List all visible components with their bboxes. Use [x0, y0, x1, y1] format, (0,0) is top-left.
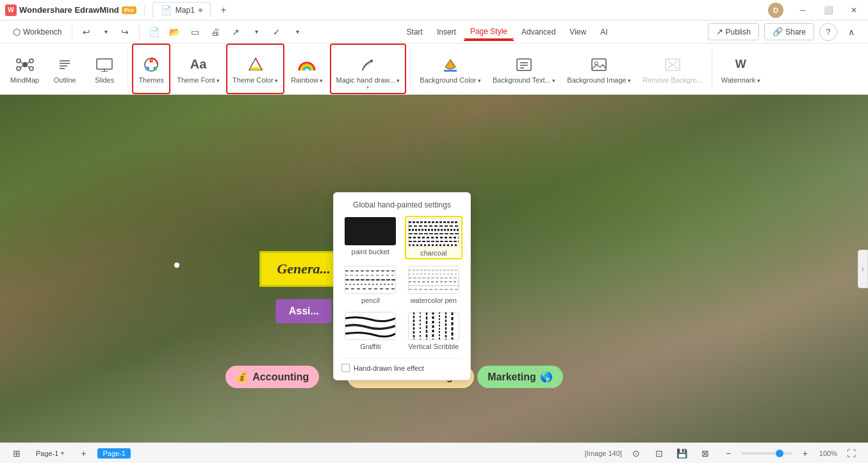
ribbon-mindmap[interactable]: MindMap [5, 44, 44, 94]
ribbon-bg-image[interactable]: Background Image [562, 44, 636, 94]
menu-items: Start Insert Page Style Advanced View AI [400, 24, 614, 40]
minimize-button[interactable]: ─ [794, 1, 812, 19]
ribbon-divider3 [712, 49, 712, 89]
menu-advanced[interactable]: Advanced [515, 25, 562, 39]
paint-bucket-option[interactable]: paint bucket [341, 216, 400, 259]
svg-line-6 [20, 66, 22, 68]
current-page-label: Page-1 [102, 450, 125, 457]
new-button[interactable]: 📄 [145, 23, 163, 41]
paint-options-grid: paint bucket charcoal [341, 216, 463, 352]
menu-ai[interactable]: AI [594, 25, 614, 39]
accounting-node[interactable]: 💰 Accounting [225, 366, 319, 388]
tab-dot [199, 8, 202, 12]
add-tab-button[interactable]: + [216, 3, 231, 18]
collapse-right-panel[interactable]: ‹ [858, 250, 868, 288]
zoom-level: 100% [819, 450, 837, 457]
rainbow-icon [297, 54, 317, 75]
watercolor-pen-option[interactable]: watercolor pen [405, 264, 463, 305]
export-button[interactable]: ↗ [227, 23, 245, 41]
ribbon-themes[interactable]: Themes [132, 44, 170, 94]
current-page-tab[interactable]: Page-1 [97, 448, 130, 459]
mindmap-label: MindMap [10, 76, 39, 84]
canvas-area[interactable]: Genera... Assi... 💰 Accounting 🥂 Food & … [0, 95, 868, 443]
svg-point-2 [17, 67, 20, 70]
svg-line-5 [20, 61, 22, 63]
magic-hand-icon [357, 54, 378, 75]
central-node-text: Genera... [277, 261, 331, 277]
menu-view[interactable]: View [563, 25, 593, 39]
rainbow-label: Rainbow [291, 76, 323, 84]
undo-arrow-button[interactable]: ▾ [97, 23, 115, 41]
vertical-scribble-option[interactable]: Vertical Scribble [405, 311, 463, 352]
ribbon-watermark[interactable]: W Watermark [716, 44, 766, 94]
publish-button[interactable]: ↗ Publish [708, 23, 759, 40]
charcoal-label: charcoal [420, 249, 447, 257]
charcoal-swatch [408, 218, 459, 247]
remove-bg-label: Remove Backgro... [643, 76, 703, 84]
zoom-in-button[interactable]: + [796, 444, 814, 462]
present-button[interactable]: ▭ [186, 23, 204, 41]
active-tab[interactable]: 📄 Map1 [152, 2, 211, 18]
ribbon: MindMap Outline Slides [0, 44, 868, 95]
export-arrow-button[interactable]: ▾ [247, 23, 265, 41]
resize-handle-left[interactable] [174, 262, 180, 268]
redo-button[interactable]: ↪ [116, 23, 134, 41]
pencil-label: pencil [361, 296, 380, 304]
zoom-slider[interactable] [741, 452, 792, 455]
assist-node[interactable]: Assi... [276, 299, 332, 323]
fullscreen-button[interactable]: ⛶ [842, 444, 860, 462]
page-indicator[interactable]: Page-1 ▾ [31, 448, 69, 459]
pencil-option[interactable]: pencil [341, 264, 400, 305]
print-button[interactable]: 🖨 [206, 23, 224, 41]
ribbon-divider2 [410, 49, 411, 89]
svg-point-1 [17, 59, 20, 63]
ribbon-bg-text[interactable]: Background Text... [487, 44, 561, 94]
maximize-button[interactable]: ⬜ [819, 1, 837, 19]
menu-start[interactable]: Start [400, 25, 429, 39]
publish-label: Publish [726, 28, 751, 37]
check-arrow-button[interactable]: ▾ [288, 23, 306, 41]
close-button[interactable]: ✕ [845, 1, 863, 19]
hand-effect-checkbox[interactable] [341, 364, 350, 372]
ribbon-bg-color[interactable]: Background Color [414, 44, 486, 94]
svg-point-19 [149, 59, 153, 63]
svg-rect-32 [351, 220, 389, 243]
save-button[interactable]: 💾 [673, 444, 691, 462]
menu-pagestyle[interactable]: Page Style [464, 24, 514, 40]
divider [144, 5, 145, 15]
ribbon-magic-hand[interactable]: Magic hand draw... ▾ [330, 44, 407, 94]
menu-insert[interactable]: Insert [430, 25, 463, 39]
hand-painted-panel: Global hand-painted settings paint bucke… [333, 192, 471, 380]
fit-width-button[interactable]: ⊠ [696, 444, 714, 462]
status-layout-icon[interactable]: ⊞ [8, 444, 26, 462]
share-label: Share [785, 28, 806, 37]
undo-button[interactable]: ↩ [78, 23, 95, 41]
check-button[interactable]: ✓ [268, 23, 286, 41]
ribbon-theme-color[interactable]: Theme Color [226, 44, 284, 94]
help-button[interactable]: ? [819, 23, 837, 41]
graffiti-swatch [345, 312, 396, 340]
zoom-out-button[interactable]: − [719, 444, 737, 462]
tab-name: Map1 [176, 6, 195, 15]
collapse-ribbon-button[interactable]: ∧ [842, 23, 860, 41]
ribbon-theme-font[interactable]: Aa Theme Font [172, 44, 225, 94]
ribbon-remove-bg[interactable]: Remove Backgro... [637, 44, 708, 94]
svg-rect-27 [592, 59, 606, 70]
actual-size-button[interactable]: ⊙ [627, 444, 645, 462]
user-avatar[interactable]: D [768, 3, 783, 18]
open-button[interactable]: 📂 [165, 23, 183, 41]
ribbon-rainbow[interactable]: Rainbow [286, 44, 328, 94]
graffiti-option[interactable]: Graffiti [341, 311, 400, 352]
share-button[interactable]: 🔗 Share [764, 23, 814, 40]
outline-label: Outline [54, 76, 76, 84]
fit-page-button[interactable]: ⊡ [650, 444, 668, 462]
ribbon-slides[interactable]: Slides [85, 44, 124, 94]
workbench-button[interactable]: ⬡ Workbench [8, 24, 67, 40]
ribbon-outline[interactable]: Outline [45, 44, 84, 94]
marketing-node[interactable]: Marketing 🌎 [477, 366, 563, 388]
vertical-scribble-label: Vertical Scribble [408, 343, 459, 350]
title-bar: W Wondershare EdrawMind Pro 📄 Map1 + D ─… [0, 0, 868, 20]
charcoal-option[interactable]: charcoal [405, 216, 463, 259]
watermark-icon: W [730, 54, 751, 75]
add-page-button[interactable]: + [74, 444, 92, 462]
